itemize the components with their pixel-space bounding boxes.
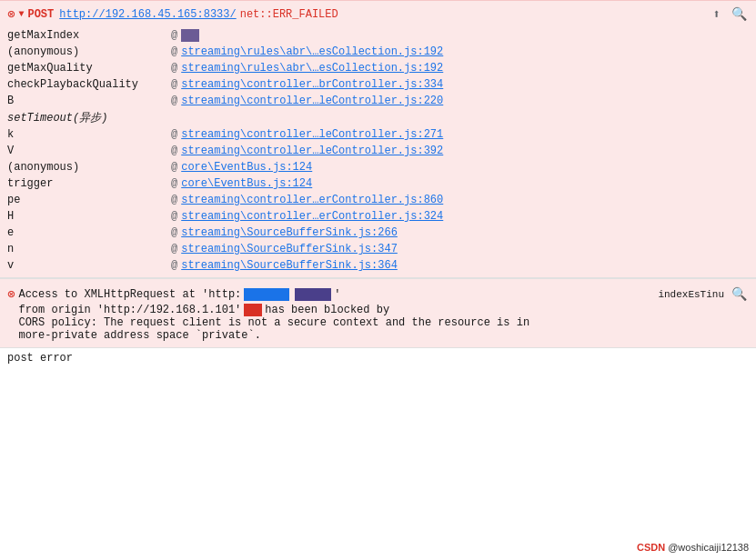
stack-fn-name: H (7, 210, 171, 223)
stack-fn-name: checkPlaybackQuality (7, 78, 171, 91)
stack-link[interactable]: streaming\SourceBufferSink.js:364 (181, 259, 398, 272)
stack-link[interactable]: streaming\controller…leController.js:271 (181, 128, 443, 141)
cors-text-5: more-private address space `private`. (18, 329, 260, 342)
stack-link[interactable]: streaming\controller…leController.js:220 (181, 95, 443, 107)
stack-at: @ (171, 29, 177, 42)
stack-fn-name: n (7, 243, 171, 255)
stack-link[interactable]: streaming\SourceBufferSink.js:347 (181, 243, 398, 255)
error-status: net::ERR_FAILED (240, 8, 338, 21)
cors-line-3: CORS policy: The request client is not a… (18, 316, 749, 329)
cors-line-4: more-private address space `private`. (18, 329, 749, 342)
redacted-url-block-1 (244, 288, 289, 301)
cors-text-3: has been blocked by (265, 304, 389, 316)
post-error-text: post error (7, 352, 73, 365)
cors-header-right: indexEsTinu 🔍 (658, 285, 749, 304)
stack-link[interactable]: streaming\controller…leController.js:392 (181, 145, 443, 157)
stack-row: checkPlaybackQuality @ streaming\control… (7, 76, 749, 93)
stack-row: (anonymous) @ core\EventBus.js:124 (7, 159, 749, 175)
cors-search-icon[interactable]: 🔍 (730, 285, 749, 304)
search-icon[interactable]: 🔍 (730, 5, 749, 24)
stack-row: B @ streaming\controller…leController.js… (7, 93, 749, 109)
stack-row: getMaxIndex @ (7, 27, 749, 44)
stack-at: @ (171, 45, 177, 58)
error-circle-icon: ⊗ (7, 6, 15, 22)
cors-line-2: from origin 'http://192.168.1.101' has b… (18, 304, 749, 316)
stack-at: @ (171, 259, 177, 272)
stack-row: setTimeout(异步) (7, 109, 749, 126)
stack-link[interactable]: core\EventBus.js:124 (181, 161, 312, 174)
cors-text-4: CORS policy: The request client is not a… (18, 316, 529, 329)
collapse-triangle-icon[interactable]: ▼ (18, 9, 24, 19)
cors-text-1: Access to XMLHttpRequest at 'http: (18, 288, 241, 301)
stack-row: k @ streaming\controller…leController.js… (7, 126, 749, 143)
upload-icon[interactable]: ⬆ (711, 5, 722, 24)
watermark: CSDN @woshicaiji12138 (637, 542, 749, 553)
stack-link[interactable]: streaming\controller…erController.js:324 (181, 210, 443, 223)
stack-row: v @ streaming\SourceBufferSink.js:364 (7, 257, 749, 274)
request-url[interactable]: http://192.168.45.165:8333/ (59, 8, 236, 21)
stack-fn-name: setTimeout(异步) (7, 110, 171, 125)
stack-row: n @ streaming\SourceBufferSink.js:347 (7, 241, 749, 257)
stack-row: trigger @ core\EventBus.js:124 (7, 175, 749, 192)
stack-at: @ (171, 226, 177, 239)
stack-link[interactable]: streaming\rules\abr\…esCollection.js:192 (181, 62, 443, 75)
username: @woshicaiji12138 (668, 542, 749, 553)
stack-row: (anonymous) @ streaming\rules\abr\…esCol… (7, 44, 749, 60)
cors-line-1: Access to XMLHttpRequest at 'http: ' ind… (18, 285, 749, 304)
cors-error-circle-icon: ⊗ (7, 286, 15, 302)
stack-fn-name: (anonymous) (7, 161, 171, 174)
http-method: POST (27, 8, 54, 21)
stack-link[interactable]: streaming\controller…erController.js:860 (181, 194, 443, 206)
stack-row: V @ streaming\controller…leController.js… (7, 143, 749, 159)
stack-link[interactable]: core\EventBus.js:124 (181, 177, 312, 190)
redacted-url-block-2 (295, 288, 331, 301)
stack-row: pe @ streaming\controller…erController.j… (7, 192, 749, 208)
csdn-label: CSDN (637, 542, 665, 553)
stack-fn-name: trigger (7, 177, 171, 190)
stack-at: @ (171, 177, 177, 190)
cors-error-block: ⊗ Access to XMLHttpRequest at 'http: ' i… (0, 277, 756, 347)
cors-text-2: from origin 'http://192.168.1.101' (18, 304, 241, 316)
stack-at: @ (171, 128, 177, 141)
stack-at: @ (171, 78, 177, 91)
stack-link[interactable]: streaming\rules\abr\…esCollection.js:192 (181, 45, 443, 58)
stack-row: getMaxQuality @ streaming\rules\abr\…esC… (7, 60, 749, 76)
stack-fn-name: B (7, 95, 171, 107)
console-panel: ⊗ ▼ POST http://192.168.45.165:8333/ net… (0, 0, 756, 368)
stack-trace: getMaxIndex @ (anonymous) @ streaming\ru… (0, 27, 756, 277)
stack-at: @ (171, 194, 177, 206)
stack-link[interactable]: streaming\controller…brController.js:334 (181, 78, 443, 91)
stack-at: @ (171, 145, 177, 157)
stack-at: @ (171, 95, 177, 107)
redacted-block (181, 29, 199, 42)
stack-fn-name: pe (7, 194, 171, 206)
stack-at: @ (171, 62, 177, 75)
stack-at: @ (171, 210, 177, 223)
cors-index-text: indexEsTinu (658, 289, 724, 300)
stack-fn-name: V (7, 145, 171, 157)
stack-fn-name: v (7, 259, 171, 272)
stack-fn-name: (anonymous) (7, 45, 171, 58)
stack-row: H @ streaming\controller…erController.js… (7, 208, 749, 225)
error-header-row: ⊗ ▼ POST http://192.168.45.165:8333/ net… (0, 0, 756, 27)
stack-link[interactable]: streaming\SourceBufferSink.js:266 (181, 226, 398, 239)
stack-fn-name: getMaxQuality (7, 62, 171, 75)
stack-row: e @ streaming\SourceBufferSink.js:266 (7, 225, 749, 241)
cors-text-quote: ' (334, 288, 340, 301)
redacted-origin-block (244, 304, 262, 316)
stack-at: @ (171, 161, 177, 174)
cors-error-content: Access to XMLHttpRequest at 'http: ' ind… (18, 285, 749, 342)
stack-fn-name: getMaxIndex (7, 29, 171, 42)
post-error-row: post error (0, 347, 756, 368)
stack-at: @ (171, 243, 177, 255)
stack-fn-name: e (7, 226, 171, 239)
stack-fn-name: k (7, 128, 171, 141)
header-actions: ⬆ 🔍 (711, 5, 749, 24)
